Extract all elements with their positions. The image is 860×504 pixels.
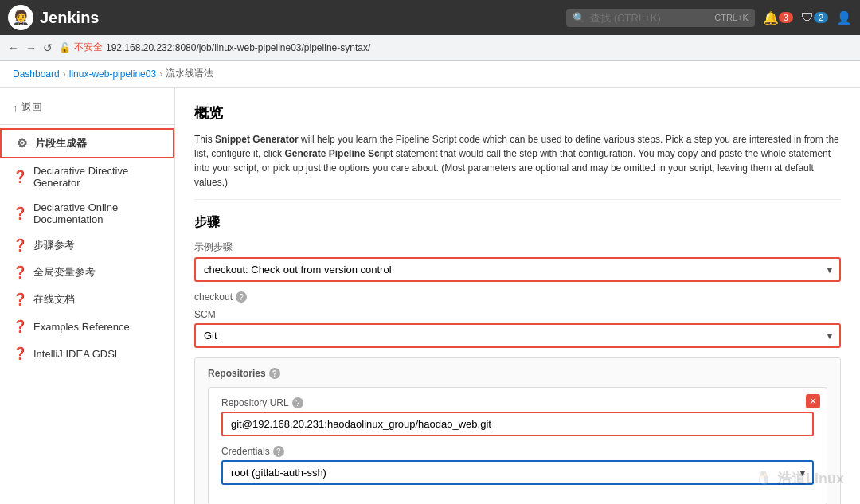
watermark: 🐧 浩道Linux [755,469,844,488]
sidebar-item-online-docs[interactable]: ❓ 在线文档 [0,286,174,313]
steps-section-title: 步骤 [194,214,841,231]
credentials-label: Credentials ? [221,446,814,457]
sidebar-item-declarative-online-docs[interactable]: ❓ Declarative Online Documentation [0,195,174,232]
sidebar: ↑ 返回 ⚙ 片段生成器 ❓ Declarative Directive Gen… [0,88,175,504]
breadcrumb-current: 流水线语法 [166,67,213,80]
search-icon: 🔍 [573,12,585,24]
sidebar-item-label: Examples Reference [33,321,130,333]
breadcrumb-dashboard[interactable]: Dashboard [13,68,60,80]
search-hint: CTRL+K [714,13,749,22]
sample-step-group: 示例步骤 checkout: Check out from version co… [194,240,841,282]
sidebar-item-examples-ref[interactable]: ❓ Examples Reference [0,313,174,340]
sidebar-item-label: IntelliJ IDEA GDSL [33,348,120,360]
repositories-help-icon[interactable]: ? [269,368,280,379]
security-button[interactable]: 🛡 2 [801,10,828,25]
help-icon-1: ❓ [13,170,27,184]
breadcrumb-pipeline[interactable]: linux-web-pipeline03 [69,68,156,80]
help-icon-7: ❓ [13,346,27,361]
checkout-label-row: checkout ? [194,291,841,303]
back-label: 返回 [22,100,42,115]
scm-label: SCM [194,309,841,320]
repository-box: ✕ Repository URL ? Credentials ? [208,387,827,504]
credentials-select[interactable]: root (gitlab-auth-ssh)none [221,460,814,485]
watermark-icon: 🐧 [755,470,772,487]
repositories-label: Repositories ? [208,368,827,379]
search-input[interactable] [590,12,710,24]
gear-icon: ⚙ [14,136,29,150]
jenkins-logo: 🤵 [8,5,33,30]
back-arrow-icon: ↑ [13,102,18,114]
remove-repo-button[interactable]: ✕ [806,394,820,408]
sidebar-item-label: 在线文档 [33,292,75,307]
page-title: 概览 [194,104,841,123]
top-navigation: 🤵 Jenkins 🔍 CTRL+K 🔔 3 🛡 2 👤 [0,0,860,35]
credentials-help-icon[interactable]: ? [273,446,284,457]
repositories-box: Repositories ? ✕ Repository URL ? C [194,357,841,504]
sidebar-item-label: 步骤参考 [33,238,75,252]
security-badge: 2 [814,12,828,23]
sidebar-item-label: 片段生成器 [35,136,87,150]
main-layout: ↑ 返回 ⚙ 片段生成器 ❓ Declarative Directive Gen… [0,88,860,504]
forward-button[interactable]: → [25,41,37,54]
description-text: This Snippet Generator will help you lea… [194,132,841,200]
refresh-button[interactable]: ↺ [43,41,53,54]
repo-url-field-group: Repository URL ? [221,397,814,436]
repo-url-input[interactable] [221,412,814,436]
scm-field-group: SCM GitNone ▼ [194,309,841,348]
search-box[interactable]: 🔍 CTRL+K [566,9,755,27]
scm-select-wrapper: GitNone ▼ [194,323,841,348]
sidebar-item-steps-ref[interactable]: ❓ 步骤参考 [0,232,174,259]
credentials-field-group: Credentials ? root (gitlab-auth-ssh)none… [221,446,814,485]
sidebar-divider [0,124,174,125]
url-display: 192.168.20.232:8080/job/linux-web-pipeli… [106,42,370,53]
sample-step-select[interactable]: checkout: Check out from version control [194,257,841,282]
sidebar-item-snippet-generator[interactable]: ⚙ 片段生成器 [0,128,174,158]
notifications-button[interactable]: 🔔 3 [763,10,793,25]
jenkins-title: Jenkins [40,9,99,27]
main-content: 概览 This Snippet Generator will help you … [175,88,860,504]
back-nav-button[interactable]: ↑ 返回 [0,94,174,121]
topnav-left: 🤵 Jenkins [8,5,99,30]
back-button[interactable]: ← [8,41,19,54]
help-icon-5: ❓ [13,292,27,307]
sidebar-item-label: 全局变量参考 [33,265,96,279]
security-warning: 🔓 不安全 192.168.20.232:8080/job/linux-web-… [59,41,370,54]
browser-bar: ← → ↺ 🔓 不安全 192.168.20.232:8080/job/linu… [0,35,860,61]
credentials-select-wrapper: root (gitlab-auth-ssh)none ▼ [221,460,814,485]
sidebar-item-intellij-gdsl[interactable]: ❓ IntelliJ IDEA GDSL [0,340,174,367]
checkout-help-icon[interactable]: ? [236,291,247,303]
user-avatar[interactable]: 👤 [836,10,852,25]
repo-url-label: Repository URL ? [221,397,814,408]
help-icon-2: ❓ [13,206,27,221]
scm-select[interactable]: GitNone [194,323,841,348]
sidebar-item-declarative-directive[interactable]: ❓ Declarative Directive Generator [0,158,174,195]
notifications-badge: 3 [779,12,793,23]
help-icon-3: ❓ [13,238,27,252]
help-icon-4: ❓ [13,265,27,279]
repo-url-help-icon[interactable]: ? [292,397,303,408]
sidebar-item-label: Declarative Online Documentation [33,201,162,225]
sample-step-label: 示例步骤 [194,240,841,254]
sidebar-item-global-vars[interactable]: ❓ 全局变量参考 [0,259,174,286]
topnav-right: 🔍 CTRL+K 🔔 3 🛡 2 👤 [566,9,852,27]
sidebar-item-label: Declarative Directive Generator [33,165,162,189]
watermark-text: 浩道Linux [777,469,844,488]
sample-step-select-wrapper: checkout: Check out from version control… [194,257,841,282]
breadcrumb: Dashboard › linux-web-pipeline03 › 流水线语法 [0,61,860,88]
help-icon-6: ❓ [13,319,27,334]
